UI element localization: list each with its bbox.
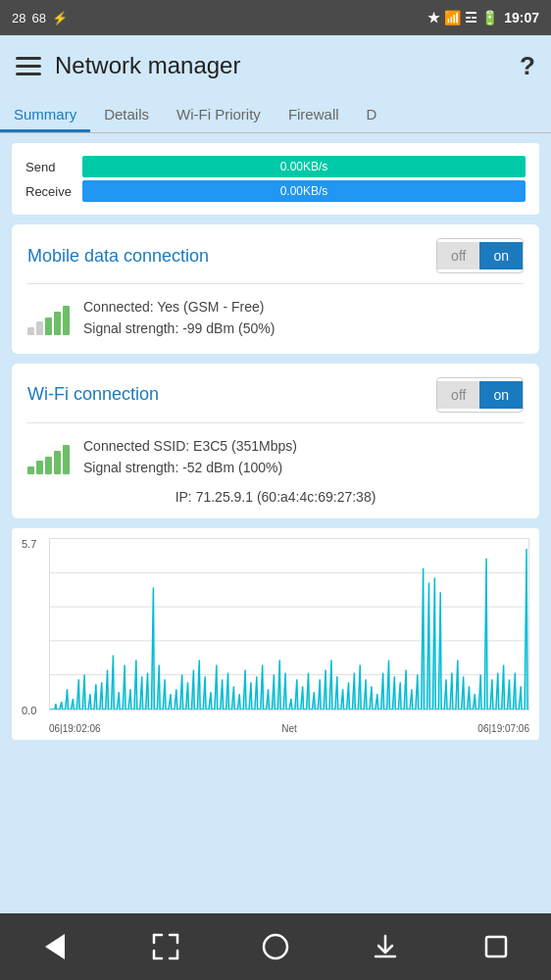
compress-icon (152, 933, 179, 960)
chart-card: 5.7 0.0 06|19:02:06 Net 06|19:07:06 (12, 528, 539, 740)
wifi-icon: 📶 (444, 10, 461, 25)
home-icon (262, 933, 289, 960)
chart-x-left: 06|19:02:06 (49, 723, 101, 734)
signal-icon: ☲ (465, 10, 477, 25)
wifi-header: Wi-Fi connection off on (27, 377, 524, 413)
mobile-data-divider (27, 283, 524, 284)
wifi-info: Connected SSID: E3C5 (351Mbps) Signal st… (27, 435, 524, 479)
chart-svg-area (49, 538, 529, 710)
mobile-data-details: Connected: Yes (GSM - Free) Signal stren… (83, 296, 275, 340)
tab-summary[interactable]: Summary (0, 96, 90, 132)
signal-bar-5 (63, 306, 70, 335)
tab-firewall[interactable]: Firewall (275, 96, 353, 132)
send-bar: 0.00KB/s (82, 156, 526, 177)
wifi-bar-1 (27, 466, 34, 474)
status-right: ★ 📶 ☲ 🔋 19:07 (427, 10, 539, 25)
tab-more[interactable]: D (353, 96, 391, 132)
receive-label: Receive (25, 184, 82, 199)
receive-value: 0.00KB/s (280, 184, 328, 198)
status-num2: 68 (31, 11, 45, 25)
wifi-bar-2 (36, 461, 43, 474)
send-value: 0.00KB/s (280, 160, 328, 173)
wifi-ip: IP: 71.25.9.1 (60:a4:4c:69:27:38) (27, 489, 524, 505)
mobile-data-toggle-on[interactable]: on (479, 242, 523, 270)
recent-button[interactable] (472, 922, 521, 971)
chart-y-min: 0.0 (22, 705, 36, 716)
status-num1: 28 (12, 11, 25, 25)
chart-x-right: 06|19:07:06 (477, 723, 529, 734)
wifi-divider (27, 422, 524, 423)
chart-svg (50, 539, 528, 710)
receive-row: Receive 0.00KB/s (25, 180, 526, 202)
wifi-bar-5 (63, 445, 70, 474)
send-label: Send (25, 160, 82, 174)
status-left: 28 68 ⚡ (12, 11, 68, 25)
wifi-title: Wi-Fi connection (27, 384, 159, 405)
bottom-nav (0, 913, 551, 980)
signal-bar-2 (36, 321, 43, 335)
wifi-card: Wi-Fi connection off on Connected SSID: … (12, 364, 539, 518)
mobile-data-card: Mobile data connection off on Connected:… (12, 224, 539, 354)
main-content: Send 0.00KB/s Receive 0.00KB/s Mobile da… (0, 133, 551, 913)
menu-button[interactable] (16, 57, 41, 75)
download-button[interactable] (361, 922, 410, 971)
wifi-line1: Connected SSID: E3C5 (351Mbps) (83, 435, 297, 457)
mobile-data-info: Connected: Yes (GSM - Free) Signal stren… (27, 296, 524, 340)
back-button[interactable] (30, 922, 79, 971)
wifi-toggle[interactable]: off on (436, 377, 524, 413)
wifi-line2: Signal strength: -52 dBm (100%) (83, 457, 297, 478)
bluetooth-icon: ★ (427, 10, 440, 25)
wifi-toggle-on[interactable]: on (479, 381, 523, 409)
svg-rect-15 (486, 937, 506, 956)
back-icon (45, 934, 65, 959)
chart-x-labels: 06|19:02:06 Net 06|19:07:06 (49, 723, 529, 734)
header-left: Network manager (16, 52, 240, 79)
recent-icon (482, 933, 510, 960)
usb-icon: ⚡ (52, 11, 68, 25)
wifi-signal-icon (27, 439, 70, 474)
traffic-card: Send 0.00KB/s Receive 0.00KB/s (12, 143, 539, 215)
signal-bar-3 (45, 318, 52, 335)
header: Network manager ? (0, 35, 551, 96)
signal-bar-4 (54, 312, 61, 335)
mobile-signal-icon (27, 300, 70, 335)
wifi-toggle-off[interactable]: off (437, 381, 479, 409)
status-time: 19:07 (504, 10, 539, 25)
tab-wifi-priority[interactable]: Wi-Fi Priority (163, 96, 275, 132)
signal-bar-1 (27, 327, 34, 335)
mobile-data-toggle[interactable]: off on (436, 238, 524, 273)
mobile-data-line2: Signal strength: -99 dBm (50%) (83, 318, 275, 339)
home-button[interactable] (251, 922, 300, 971)
download-icon (372, 933, 399, 960)
chart-container: 5.7 0.0 06|19:02:06 Net 06|19:07:06 (22, 538, 529, 734)
help-button[interactable]: ? (520, 51, 535, 81)
status-icons: ★ 📶 ☲ 🔋 (427, 10, 498, 25)
mobile-data-title: Mobile data connection (27, 246, 209, 267)
svg-point-12 (264, 935, 287, 958)
compress-button[interactable] (141, 922, 190, 971)
mobile-data-line1: Connected: Yes (GSM - Free) (83, 296, 275, 318)
chart-x-center: Net (281, 723, 297, 734)
tabs-bar: Summary Details Wi-Fi Priority Firewall … (0, 96, 551, 133)
status-bar: 28 68 ⚡ ★ 📶 ☲ 🔋 19:07 (0, 0, 551, 35)
wifi-details: Connected SSID: E3C5 (351Mbps) Signal st… (83, 435, 297, 479)
tab-details[interactable]: Details (90, 96, 163, 132)
page-title: Network manager (55, 52, 240, 79)
mobile-data-header: Mobile data connection off on (27, 238, 524, 273)
wifi-bar-3 (45, 457, 52, 474)
wifi-bar-4 (54, 451, 61, 474)
chart-y-max: 5.7 (22, 538, 36, 550)
mobile-data-toggle-off[interactable]: off (437, 242, 479, 270)
battery-icon: 🔋 (481, 10, 498, 25)
receive-bar: 0.00KB/s (82, 180, 526, 202)
send-row: Send 0.00KB/s (25, 156, 526, 177)
